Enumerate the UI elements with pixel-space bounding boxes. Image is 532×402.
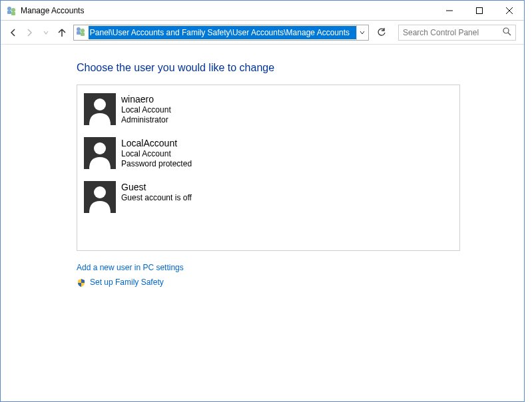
svg-rect-2 — [7, 11, 11, 14]
avatar-icon — [84, 137, 116, 169]
titlebar: Manage Accounts — [1, 1, 524, 21]
account-info: LocalAccount Local Account Password prot… — [121, 137, 192, 169]
svg-point-12 — [503, 28, 509, 33]
search-icon — [503, 27, 511, 38]
maximize-button[interactable] — [464, 1, 494, 20]
svg-point-17 — [94, 142, 106, 154]
close-button[interactable] — [494, 1, 524, 20]
svg-point-1 — [11, 8, 15, 12]
address-icon — [75, 26, 89, 39]
avatar-icon — [84, 93, 116, 125]
refresh-button[interactable] — [374, 25, 389, 41]
up-button[interactable] — [55, 25, 69, 41]
account-role: Administrator — [121, 115, 171, 125]
back-button[interactable] — [6, 25, 21, 41]
window-controls — [434, 1, 524, 20]
svg-point-15 — [94, 99, 106, 110]
recent-dropdown[interactable] — [38, 25, 53, 41]
avatar-icon — [84, 181, 116, 213]
action-links: Add a new user in PC settings Set up Fam… — [77, 260, 524, 290]
svg-point-8 — [77, 27, 81, 31]
svg-rect-3 — [11, 12, 15, 15]
account-status: Password protected — [121, 159, 192, 169]
address-bar[interactable]: Panel\User Accounts and Family Safety\Us… — [73, 25, 369, 41]
shield-icon — [77, 278, 86, 287]
app-icon — [6, 5, 17, 16]
account-name: winaero — [121, 93, 171, 105]
account-item[interactable]: winaero Local Account Administrator — [84, 93, 269, 125]
account-item[interactable]: Guest Guest account is off — [84, 181, 269, 213]
search-input[interactable] — [403, 28, 503, 37]
svg-rect-5 — [476, 7, 482, 13]
account-name: Guest — [121, 181, 192, 193]
address-text[interactable]: Panel\User Accounts and Family Safety\Us… — [89, 26, 356, 39]
accounts-grid: winaero Local Account Administrator Loca… — [84, 93, 453, 225]
forward-button[interactable] — [22, 25, 37, 41]
search-box[interactable] — [398, 25, 516, 41]
svg-rect-11 — [81, 33, 85, 36]
content-area: Choose the user you would like to change… — [1, 45, 524, 401]
account-info: Guest Guest account is off — [121, 181, 192, 213]
account-item[interactable]: LocalAccount Local Account Password prot… — [84, 137, 269, 169]
svg-rect-10 — [77, 31, 81, 35]
svg-point-19 — [94, 186, 106, 198]
svg-line-13 — [508, 33, 511, 35]
navbar: Panel\User Accounts and Family Safety\Us… — [1, 21, 524, 45]
add-user-link[interactable]: Add a new user in PC settings — [77, 260, 524, 275]
accounts-box: winaero Local Account Administrator Loca… — [77, 85, 460, 251]
family-safety-link[interactable]: Set up Family Safety — [77, 275, 524, 290]
svg-point-0 — [7, 7, 11, 11]
account-type: Local Account — [121, 105, 171, 115]
window: Manage Accounts — [0, 0, 525, 402]
link-text: Set up Family Safety — [90, 275, 164, 290]
svg-point-9 — [81, 29, 85, 33]
account-info: winaero Local Account Administrator — [121, 93, 171, 125]
window-title: Manage Accounts — [21, 6, 434, 15]
minimize-button[interactable] — [434, 1, 464, 20]
link-text: Add a new user in PC settings — [77, 260, 184, 275]
page-heading: Choose the user you would like to change — [77, 62, 524, 74]
account-status: Guest account is off — [121, 193, 192, 203]
address-dropdown[interactable] — [356, 25, 368, 40]
account-type: Local Account — [121, 149, 192, 159]
account-name: LocalAccount — [121, 137, 192, 149]
